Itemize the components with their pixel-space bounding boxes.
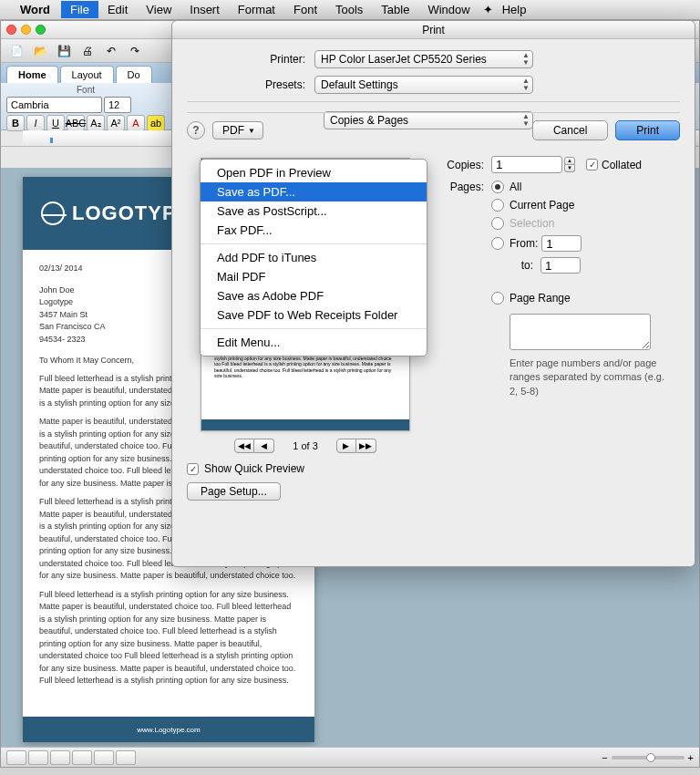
logo: LOGOTYPE	[41, 202, 190, 225]
view-normal-icon[interactable]	[6, 750, 26, 765]
new-doc-icon[interactable]: 📄	[6, 42, 26, 60]
printer-label: Printer:	[187, 53, 314, 66]
menu-font[interactable]: Font	[284, 1, 326, 18]
strikethrough-button[interactable]: ABC	[67, 115, 85, 131]
script-icon[interactable]: ✦	[483, 3, 493, 16]
print-icon[interactable]: 🖨	[77, 42, 98, 60]
page-indicator: 1 of 3	[293, 440, 318, 451]
menu-window[interactable]: Window	[418, 1, 479, 18]
menu-open-pdf-preview[interactable]: Open PDF in Preview	[201, 163, 427, 182]
presets-select[interactable]: Default Settings ▲▼	[314, 76, 533, 94]
doc-paragraph: Full bleed letterhead is a stylish print…	[39, 589, 298, 687]
radio-all[interactable]	[491, 181, 504, 193]
tab-layout[interactable]: Layout	[60, 66, 114, 83]
view-notebook-icon[interactable]	[94, 750, 114, 765]
superscript-button[interactable]: A²	[107, 115, 125, 131]
preview-footer	[201, 419, 409, 430]
close-window-icon[interactable]	[6, 25, 16, 35]
radio-current-page[interactable]	[491, 199, 504, 212]
dialog-title: Print	[172, 21, 695, 39]
last-page-button[interactable]: ▶▶	[356, 439, 376, 453]
menu-table[interactable]: Table	[372, 1, 418, 18]
app-name[interactable]: Word	[13, 1, 57, 18]
pages-label: Pages:	[446, 181, 491, 193]
copies-label: Copies:	[446, 159, 491, 171]
options-column: Copies: ▲▼ ✓ Collated Pages: All Current…	[446, 156, 680, 406]
radio-from[interactable]	[491, 237, 504, 250]
menu-edit-menu[interactable]: Edit Menu...	[201, 333, 427, 352]
zoom-track[interactable]	[612, 756, 685, 760]
copies-input[interactable]	[491, 156, 562, 173]
radio-page-range[interactable]	[491, 292, 504, 305]
radio-selection[interactable]	[491, 217, 504, 230]
font-size-combo[interactable]	[104, 97, 131, 113]
chevron-updown-icon: ▲▼	[522, 52, 530, 67]
show-preview-label: Show Quick Preview	[204, 462, 304, 475]
tab-home[interactable]: Home	[6, 66, 58, 83]
maximize-window-icon[interactable]	[36, 25, 46, 35]
menu-save-adobe-pdf[interactable]: Save as Adobe PDF	[201, 286, 427, 305]
open-icon[interactable]: 📂	[30, 42, 50, 60]
traffic-lights	[6, 25, 46, 35]
page-range-input[interactable]	[510, 314, 651, 350]
letterhead-footer: www.Logotype.com	[23, 717, 314, 742]
menu-mail-pdf[interactable]: Mail PDF	[201, 267, 427, 286]
to-label: to:	[511, 259, 537, 272]
bold-button[interactable]: B	[6, 115, 25, 131]
subscript-button[interactable]: A₂	[87, 115, 105, 131]
collated-checkbox[interactable]: ✓	[586, 159, 598, 170]
underline-button[interactable]: U	[46, 115, 65, 131]
dialog-footer: ? PDF ▼ Cancel Print	[187, 120, 680, 140]
view-print-layout-icon[interactable]	[72, 750, 92, 765]
zoom-slider[interactable]: − +	[602, 752, 694, 763]
preview-nav: ◀◀ ◀ 1 of 3 ▶ ▶▶	[187, 439, 424, 453]
page-setup-button[interactable]: Page Setup...	[187, 482, 281, 501]
menu-add-pdf-itunes[interactable]: Add PDF to iTunes	[201, 248, 427, 267]
presets-label: Presets:	[187, 78, 314, 91]
menu-help[interactable]: Help	[493, 1, 536, 18]
cancel-button[interactable]: Cancel	[532, 120, 608, 140]
print-dialog: Print Printer: HP Color LaserJet CP5520 …	[171, 20, 695, 567]
zoom-out-icon[interactable]: −	[602, 752, 607, 763]
show-preview-checkbox[interactable]: ✓	[187, 463, 199, 475]
help-button[interactable]: ?	[187, 121, 205, 140]
first-page-button[interactable]: ◀◀	[234, 439, 254, 453]
font-name-combo[interactable]	[6, 97, 102, 113]
minimize-window-icon[interactable]	[21, 25, 31, 35]
page-range-hint: Enter page numbers and/or page ranges se…	[510, 356, 674, 398]
menu-save-as-postscript[interactable]: Save as PostScript...	[201, 202, 427, 221]
undo-icon[interactable]: ↶	[101, 42, 121, 60]
menu-format[interactable]: Format	[229, 1, 284, 18]
view-outline-icon[interactable]	[28, 750, 48, 765]
view-focus-icon[interactable]	[116, 750, 136, 765]
menu-insert[interactable]: Insert	[180, 1, 229, 18]
highlight-button[interactable]: ab	[147, 115, 165, 131]
menu-tools[interactable]: Tools	[326, 1, 372, 18]
menu-file[interactable]: File	[61, 1, 98, 18]
menu-save-web-receipts[interactable]: Save PDF to Web Receipts Folder	[201, 305, 427, 325]
logo-icon	[41, 202, 65, 225]
from-input[interactable]	[541, 235, 582, 252]
to-input[interactable]	[540, 257, 581, 274]
menu-save-as-pdf[interactable]: Save as PDF...	[201, 182, 427, 202]
view-publishing-icon[interactable]	[50, 750, 70, 765]
save-icon[interactable]: 💾	[54, 42, 74, 60]
tab-document[interactable]: Do	[116, 66, 152, 83]
copies-stepper[interactable]: ▲▼	[564, 157, 575, 172]
print-button[interactable]: Print	[615, 120, 680, 140]
redo-icon[interactable]: ↷	[125, 42, 145, 60]
zoom-in-icon[interactable]: +	[688, 752, 694, 763]
menu-edit[interactable]: Edit	[98, 1, 137, 18]
chevron-down-icon: ▼	[248, 127, 255, 135]
font-group-label: Font	[6, 85, 165, 95]
pdf-dropdown-button[interactable]: PDF ▼	[212, 121, 263, 140]
italic-button[interactable]: I	[26, 115, 45, 131]
font-color-button[interactable]: A	[127, 115, 145, 131]
menu-fax-pdf[interactable]: Fax PDF...	[201, 221, 427, 240]
printer-select[interactable]: HP Color LaserJet CP5520 Series ▲▼	[314, 50, 533, 68]
status-bar: − +	[1, 747, 699, 767]
menu-view[interactable]: View	[137, 1, 180, 18]
next-page-button[interactable]: ▶	[336, 439, 356, 453]
mac-menubar: Word File Edit View Insert Format Font T…	[0, 0, 700, 20]
prev-page-button[interactable]: ◀	[254, 439, 274, 453]
